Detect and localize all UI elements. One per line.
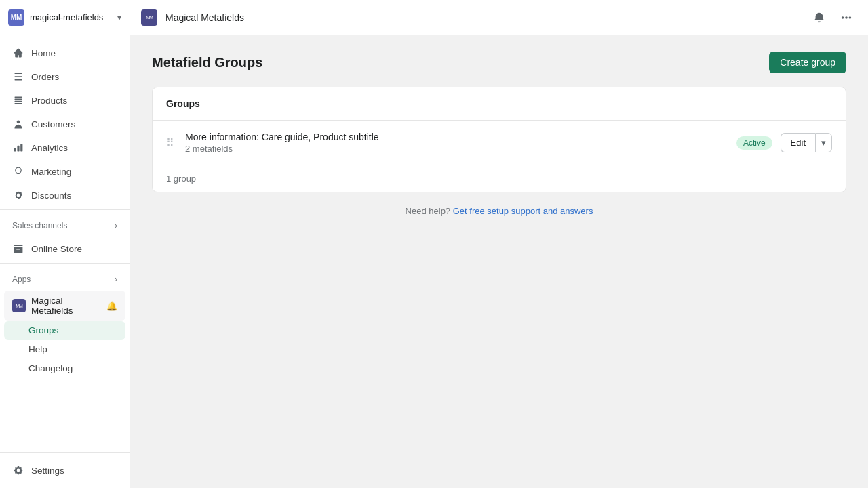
bell-icon: 🔔	[106, 301, 117, 311]
chevron-down-icon: ▾	[821, 138, 826, 148]
sidebar-footer: Settings	[0, 452, 130, 488]
groups-card: Groups ⠿ More information: Care guide, P…	[152, 87, 846, 192]
app-logo-top: MM	[141, 9, 157, 26]
orders-icon	[12, 70, 24, 83]
marketing-icon	[12, 165, 24, 178]
sidebar-item-settings[interactable]: Settings	[4, 459, 125, 482]
sidebar-item-changelog[interactable]: Changelog	[4, 359, 125, 378]
sidebar-item-discounts[interactable]: Discounts	[4, 184, 125, 207]
sales-channels-header[interactable]: Sales channels ›	[4, 216, 125, 236]
sidebar-item-home[interactable]: Home	[4, 41, 125, 64]
sidebar-item-magical-metafields[interactable]: MM Magical Metafields 🔔	[4, 291, 125, 321]
customers-icon	[12, 118, 24, 130]
sidebar-item-customers-label: Customers	[31, 119, 75, 129]
more-options-button[interactable]	[835, 7, 857, 28]
sidebar-item-home-label: Home	[31, 48, 56, 58]
store-name: magical-metafields	[30, 12, 112, 22]
edit-button-group: Edit ▾	[781, 133, 832, 152]
sidebar-item-products[interactable]: Products	[4, 89, 125, 112]
notification-button[interactable]	[808, 7, 830, 28]
home-icon	[12, 47, 24, 59]
page-title: Metafield Groups	[152, 55, 262, 70]
group-name: More information: Care guide, Product su…	[185, 131, 728, 142]
chevron-down-icon: ▾	[117, 13, 121, 22]
status-badge: Active	[736, 136, 772, 150]
top-bar-actions	[808, 7, 857, 28]
svg-rect-2	[14, 79, 22, 81]
store-icon: MM	[8, 9, 24, 26]
gear-icon	[12, 464, 24, 476]
sidebar: MM magical-metafields ▾ Home Orders Prod…	[0, 0, 130, 488]
top-bar: MM Magical Metafields	[130, 0, 868, 35]
sidebar-item-groups[interactable]: Groups	[4, 321, 125, 340]
sidebar-item-products-label: Products	[31, 96, 67, 106]
sales-channels-expand-icon: ›	[115, 221, 117, 230]
help-text: Need help? Get free setup support and an…	[152, 206, 846, 216]
apps-expand-icon: ›	[115, 274, 117, 284]
ellipsis-icon	[840, 12, 852, 24]
drag-handle-icon[interactable]: ⠿	[166, 136, 177, 149]
store-selector[interactable]: MM magical-metafields ▾	[0, 0, 130, 35]
sidebar-item-online-store[interactable]: Online Store	[4, 237, 125, 260]
table-row: ⠿ More information: Care guide, Product …	[153, 121, 846, 165]
sidebar-item-settings-label: Settings	[31, 466, 64, 476]
sidebar-item-discounts-label: Discounts	[31, 190, 71, 201]
group-meta: 2 metafields	[185, 144, 728, 154]
bell-icon	[813, 12, 825, 24]
sidebar-item-help[interactable]: Help	[4, 340, 125, 359]
svg-rect-0	[14, 73, 22, 74]
sidebar-nav: Home Orders Products Customers	[0, 35, 130, 452]
page-content: Metafield Groups Create group Groups ⠿ M…	[130, 35, 868, 488]
group-info: More information: Care guide, Product su…	[185, 131, 728, 154]
sidebar-item-groups-label: Groups	[28, 325, 58, 336]
help-link[interactable]: Get free setup support and answers	[453, 206, 593, 216]
online-store-icon	[12, 243, 24, 255]
sidebar-item-magical-metafields-label: Magical Metafields	[31, 296, 101, 316]
analytics-icon	[12, 142, 24, 154]
divider-1	[0, 209, 130, 210]
create-group-button[interactable]: Create group	[769, 52, 846, 73]
card-header: Groups	[153, 87, 846, 121]
sidebar-item-marketing[interactable]: Marketing	[4, 160, 125, 183]
card-footer: 1 group	[153, 165, 846, 192]
sidebar-item-orders-label: Orders	[31, 72, 59, 82]
apps-label: Apps	[12, 274, 31, 284]
edit-button[interactable]: Edit	[781, 133, 815, 152]
main-container: MM Magical Metafields Metafield Groups C…	[130, 0, 868, 488]
edit-dropdown-button[interactable]: ▾	[815, 133, 832, 152]
topbar-title: Magical Metafields	[165, 12, 800, 23]
sales-channels-label: Sales channels	[12, 221, 67, 230]
sidebar-item-online-store-label: Online Store	[31, 244, 82, 254]
svg-rect-1	[14, 76, 22, 77]
sidebar-item-marketing-label: Marketing	[31, 167, 71, 177]
discounts-icon	[12, 189, 24, 201]
sidebar-item-changelog-label: Changelog	[28, 363, 73, 373]
page-header: Metafield Groups Create group	[152, 52, 846, 73]
sidebar-item-orders[interactable]: Orders	[4, 65, 125, 88]
magical-metafields-app-icon: MM	[12, 299, 26, 312]
apps-header[interactable]: Apps ›	[4, 269, 125, 289]
sidebar-item-help-label: Help	[28, 344, 47, 354]
sidebar-item-customers[interactable]: Customers	[4, 113, 125, 136]
sidebar-item-analytics-label: Analytics	[31, 143, 68, 153]
products-icon	[12, 94, 24, 106]
sidebar-item-analytics[interactable]: Analytics	[4, 136, 125, 159]
divider-2	[0, 263, 130, 264]
